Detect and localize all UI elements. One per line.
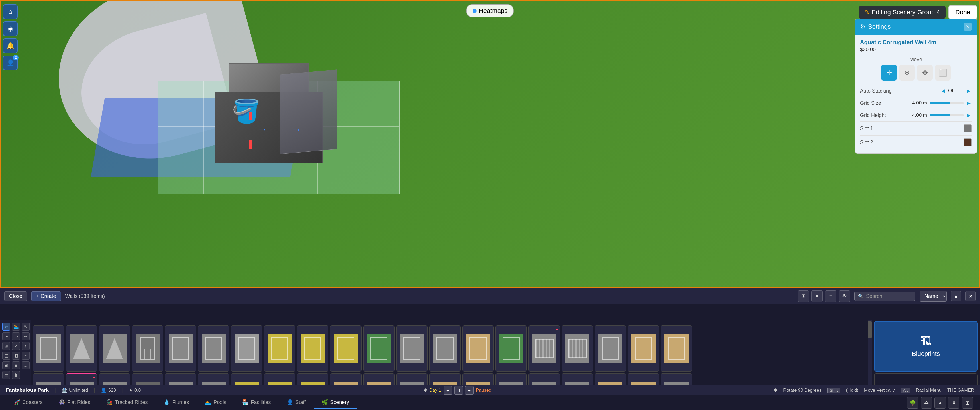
move-freeze-button[interactable]: ❄ bbox=[899, 65, 915, 81]
eye-button[interactable]: 👁 bbox=[839, 291, 850, 302]
grid-view-button[interactable]: ⊞ bbox=[798, 291, 809, 302]
arrow-right2-icon: → bbox=[291, 123, 302, 135]
heart-filter-button[interactable]: ♥ bbox=[811, 291, 823, 302]
auto-stacking-left-button[interactable]: ◀ bbox=[940, 88, 947, 94]
sidebar-icon-3[interactable]: ⤡ bbox=[22, 323, 30, 331]
extra-icon-4[interactable]: ⬇ bbox=[948, 397, 959, 408]
sidebar-icon-13[interactable]: ⊞ bbox=[2, 361, 10, 369]
nav-alerts-button[interactable]: 🔔 bbox=[3, 38, 18, 53]
item-card-11[interactable] bbox=[198, 326, 229, 372]
money-status: 🏦 Unlimited bbox=[62, 388, 88, 393]
move-lock-button[interactable]: ⬜ bbox=[935, 65, 951, 81]
settings-body: Aquatic Corrugated Wall 4m $20.00 Move ✛… bbox=[855, 35, 977, 154]
fast-forward-button[interactable]: ⏭ bbox=[465, 386, 474, 395]
item-card-3[interactable] bbox=[66, 326, 97, 372]
sidebar-icon-9[interactable]: ↕ bbox=[22, 342, 30, 350]
sidebar-icon-4[interactable]: ∞ bbox=[2, 332, 10, 340]
slot1-color-picker[interactable] bbox=[964, 124, 972, 132]
item-card-25[interactable] bbox=[429, 326, 461, 372]
search-input[interactable] bbox=[866, 293, 912, 299]
extra-icon-3[interactable]: ▲ bbox=[934, 397, 946, 408]
tab-scenery[interactable]: 🌿 Scenery bbox=[313, 396, 357, 409]
tab-pools[interactable]: 🏊 Pools bbox=[197, 396, 234, 409]
item-card-13[interactable] bbox=[231, 326, 262, 372]
coasters-label: Coasters bbox=[22, 399, 43, 405]
alt-key: Alt bbox=[900, 388, 910, 393]
park-name: Fantabulous Park bbox=[6, 387, 49, 393]
item-card-31[interactable]: ♥ bbox=[528, 326, 560, 372]
move-drag-button[interactable]: ✥ bbox=[917, 65, 933, 81]
create-button[interactable]: + Create bbox=[31, 291, 61, 301]
day-label: Day 1 bbox=[429, 388, 441, 393]
heatmaps-button[interactable]: Heatmaps bbox=[466, 4, 514, 17]
item-card-33[interactable] bbox=[562, 326, 593, 372]
nav-guests-button[interactable]: 👤 2 bbox=[3, 56, 18, 70]
heatmaps-label: Heatmaps bbox=[479, 7, 508, 14]
item-card-39[interactable] bbox=[661, 326, 692, 372]
sidebar-icon-5[interactable]: ▭ bbox=[12, 332, 20, 340]
sidebar-icon-17[interactable]: 🗑 bbox=[12, 371, 20, 379]
item-card-17[interactable] bbox=[297, 326, 328, 372]
list-view-button[interactable]: ≡ bbox=[825, 291, 837, 302]
collapse-up-button[interactable]: ▲ bbox=[951, 291, 961, 301]
extra-icon-5[interactable]: ⊞ bbox=[962, 397, 973, 408]
pools-label: Pools bbox=[213, 399, 226, 405]
extra-icon-1[interactable]: 🌳 bbox=[907, 397, 918, 408]
blueprints-button[interactable]: 🏗 Blueprints bbox=[874, 321, 978, 372]
sidebar-icon-10[interactable]: ▤ bbox=[2, 352, 10, 359]
grid-size-row: Grid Size 4.00 m ▶ bbox=[860, 97, 972, 109]
tab-flumes[interactable]: 💧 Flumes bbox=[156, 396, 197, 409]
close-button[interactable]: Close bbox=[4, 291, 27, 301]
scrollbar-thumb[interactable] bbox=[868, 321, 872, 338]
done-button[interactable]: Done bbox=[948, 5, 977, 19]
slot1-label: Slot 1 bbox=[860, 126, 961, 132]
extra-icon-2[interactable]: ⛰ bbox=[921, 397, 932, 408]
flat-rides-label: Flat Rides bbox=[67, 399, 90, 405]
flat-rides-icon: 🎡 bbox=[59, 399, 65, 405]
sidebar-icon-2[interactable]: 🏊 bbox=[12, 323, 20, 331]
grid-height-right-button[interactable]: ▶ bbox=[966, 112, 972, 118]
tab-tracked-rides[interactable]: 🚂 Tracked Rides bbox=[98, 396, 156, 409]
play-pause-button[interactable]: ⏸ bbox=[454, 386, 463, 395]
sidebar-icon-7[interactable]: ⊞ bbox=[2, 342, 10, 350]
nav-map-button[interactable]: ◉ bbox=[3, 21, 18, 36]
tab-facilities[interactable]: 🏪 Facilities bbox=[234, 396, 278, 409]
shift-key: Shift bbox=[827, 388, 840, 393]
auto-stacking-right-button[interactable]: ▶ bbox=[966, 88, 972, 94]
item-price: $20.00 bbox=[860, 47, 972, 52]
settings-close-button[interactable]: ✕ bbox=[964, 23, 972, 31]
collapse-close-button[interactable]: ✕ bbox=[966, 291, 976, 301]
item-card-19[interactable] bbox=[330, 326, 361, 372]
item-card-7[interactable] bbox=[132, 326, 163, 372]
item-card-15[interactable] bbox=[264, 326, 296, 372]
settings-title-text: Settings bbox=[868, 23, 891, 30]
tab-staff[interactable]: 👤 Staff bbox=[279, 396, 314, 409]
guests-badge: 2 bbox=[13, 55, 19, 60]
tab-coasters[interactable]: 🎢 Coasters bbox=[6, 396, 51, 409]
item-card-1[interactable] bbox=[33, 326, 64, 372]
item-card-29[interactable] bbox=[495, 326, 527, 372]
slot2-color-picker[interactable] bbox=[964, 138, 972, 146]
sort-select[interactable]: Name bbox=[920, 291, 947, 302]
sidebar-icon-15[interactable]: … bbox=[22, 361, 30, 369]
sidebar-icon-1[interactable]: ∞ bbox=[2, 323, 10, 331]
item-card-37[interactable] bbox=[628, 326, 659, 372]
item-card-9[interactable] bbox=[165, 326, 196, 372]
nav-main-button[interactable]: ⌂ bbox=[3, 4, 18, 19]
rewind-button[interactable]: ⏮ bbox=[444, 386, 452, 395]
sidebar-icon-12[interactable]: ⋯ bbox=[22, 352, 30, 359]
sidebar-icon-8[interactable]: ⤢ bbox=[12, 342, 20, 350]
sidebar-icon-16[interactable]: ▤ bbox=[2, 371, 10, 379]
sidebar-icon-11[interactable]: ◧ bbox=[12, 352, 20, 359]
grid-height-label: Grid Height bbox=[860, 113, 909, 118]
item-card-23[interactable] bbox=[396, 326, 428, 372]
item-card-5[interactable] bbox=[99, 326, 130, 372]
item-card-27[interactable] bbox=[462, 326, 494, 372]
sidebar-icon-6[interactable]: ↔ bbox=[22, 332, 30, 340]
move-all-button[interactable]: ✛ bbox=[881, 65, 897, 81]
tab-flat-rides[interactable]: 🎡 Flat Rides bbox=[51, 396, 98, 409]
item-card-21[interactable] bbox=[363, 326, 395, 372]
grid-size-right-button[interactable]: ▶ bbox=[966, 100, 972, 106]
item-card-35[interactable] bbox=[595, 326, 626, 372]
sidebar-icon-14[interactable]: 🗑 bbox=[12, 361, 20, 369]
